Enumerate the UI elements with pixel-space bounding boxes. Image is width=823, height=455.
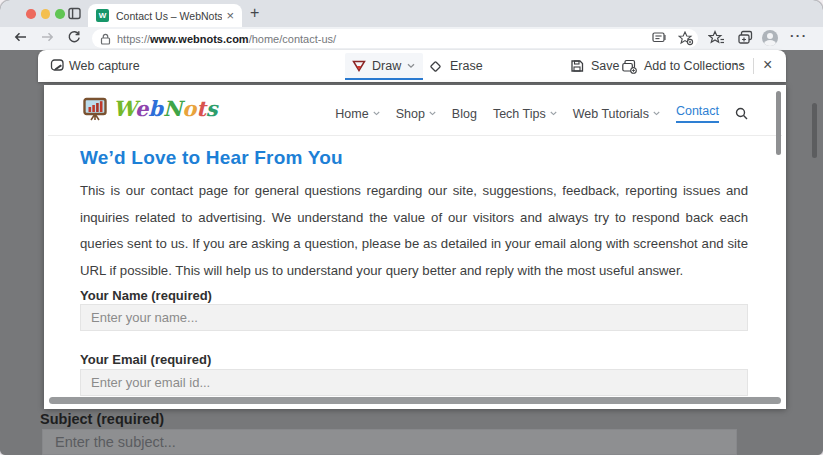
read-aloud-icon[interactable] <box>652 31 667 44</box>
eraser-icon <box>428 59 443 74</box>
capture-more-button[interactable]: ··· <box>728 56 746 71</box>
draw-button[interactable]: Draw <box>345 53 423 80</box>
url-path: /home/contact-us/ <box>249 33 336 45</box>
save-label: Save <box>591 59 620 73</box>
chevron-down-icon <box>653 111 660 116</box>
url-scheme: https:// <box>117 33 150 45</box>
nav-item-tech-tips: Tech Tips <box>493 107 557 121</box>
logo-letter: b <box>148 96 163 121</box>
browser-viewport: Subject (required) Web capture Draw Eras… <box>0 50 823 455</box>
subject-input <box>42 429 737 455</box>
chevron-down-icon <box>429 111 436 116</box>
refresh-button[interactable] <box>67 30 81 44</box>
active-tab[interactable]: W Contact Us – WebNots × <box>88 4 242 27</box>
site-favicon: W <box>96 9 109 22</box>
capture-horizontal-scrollbar[interactable] <box>49 397 781 404</box>
page-scrollbar[interactable] <box>812 103 817 158</box>
captured-page: WebNots Home Shop Blog Tech Tips Web Tut… <box>48 89 782 405</box>
email-input <box>80 369 748 396</box>
intro-paragraph: This is our contact page for general que… <box>80 178 748 284</box>
nav-item-home: Home <box>335 107 379 121</box>
page-title: We’d Love to Hear From You <box>80 147 343 169</box>
logo-letter: t <box>196 96 206 121</box>
add-to-collections-button[interactable]: Add to Collections <box>621 50 745 82</box>
logo-letter: N <box>163 96 182 121</box>
draw-pen-icon <box>352 60 366 72</box>
search-icon <box>735 107 748 120</box>
subject-label: Subject (required) <box>40 411 164 427</box>
web-capture-icon <box>50 58 65 73</box>
nav-item-contact: Contact <box>676 104 719 123</box>
close-window-button[interactable] <box>26 9 36 19</box>
erase-button[interactable]: Erase <box>428 50 483 82</box>
url-host: www.webnots.com <box>150 33 249 45</box>
main-nav: Home Shop Blog Tech Tips Web Tutorials C… <box>335 104 748 123</box>
name-input <box>80 304 748 331</box>
url-text: https://www.webnots.com/home/contact-us/ <box>117 33 336 45</box>
capture-vertical-scrollbar[interactable] <box>776 91 781 155</box>
capture-frame: WebNots Home Shop Blog Tech Tips Web Tut… <box>44 85 786 409</box>
zoom-window-button[interactable] <box>55 9 65 19</box>
toolbar-divider <box>753 58 754 74</box>
profile-avatar[interactable] <box>762 30 778 46</box>
back-button[interactable] <box>13 30 28 44</box>
site-logo: WebNots <box>83 96 218 121</box>
logo-letter: e <box>135 96 148 121</box>
collections-add-icon <box>621 59 637 74</box>
capture-close-button[interactable]: × <box>763 56 772 74</box>
chevron-down-icon <box>407 63 415 69</box>
nav-item-shop: Shop <box>396 107 436 121</box>
email-label: Your Email (required) <box>80 352 211 367</box>
tab-strip: W Contact Us – WebNots × + <box>0 0 823 27</box>
new-tab-button[interactable]: + <box>250 3 259 23</box>
logo-wordmark: WebNots <box>113 96 218 121</box>
logo-chart-icon <box>83 97 110 121</box>
name-label: Your Name (required) <box>80 288 212 303</box>
favorites-hub-icon[interactable] <box>708 30 725 46</box>
web-capture-toolbar: Web capture Draw Erase Save <box>38 50 786 82</box>
address-bar[interactable]: https://www.webnots.com/home/contact-us/ <box>92 29 698 48</box>
logo-letter: s <box>206 96 218 121</box>
browser-window: W Contact Us – WebNots × + https://www.w… <box>0 0 823 455</box>
forward-button[interactable] <box>40 30 55 44</box>
web-capture-title: Web capture <box>69 59 140 73</box>
save-button[interactable]: Save <box>570 50 620 82</box>
window-controls <box>26 9 65 19</box>
logo-letter: W <box>113 96 135 121</box>
erase-label: Erase <box>450 59 483 73</box>
draw-label: Draw <box>372 59 401 73</box>
chevron-down-icon <box>373 111 380 116</box>
tab-overview-icon[interactable] <box>68 7 81 20</box>
logo-letter: o <box>182 96 196 121</box>
site-header: WebNots Home Shop Blog Tech Tips Web Tut… <box>48 89 782 136</box>
minimize-window-button[interactable] <box>41 9 51 19</box>
save-icon <box>570 59 584 73</box>
tab-title: Contact Us – WebNots <box>116 10 222 22</box>
address-bar-row: https://www.webnots.com/home/contact-us/… <box>0 27 823 50</box>
lock-icon <box>100 33 111 45</box>
chevron-down-icon <box>550 111 557 116</box>
collections-icon[interactable] <box>737 30 754 46</box>
tab-close-icon[interactable]: × <box>226 9 234 22</box>
nav-item-web-tutorials: Web Tutorials <box>573 107 660 121</box>
add-favorites-icon[interactable] <box>678 31 694 46</box>
browser-menu-button[interactable]: ··· <box>790 28 808 43</box>
nav-item-blog: Blog <box>452 107 477 121</box>
